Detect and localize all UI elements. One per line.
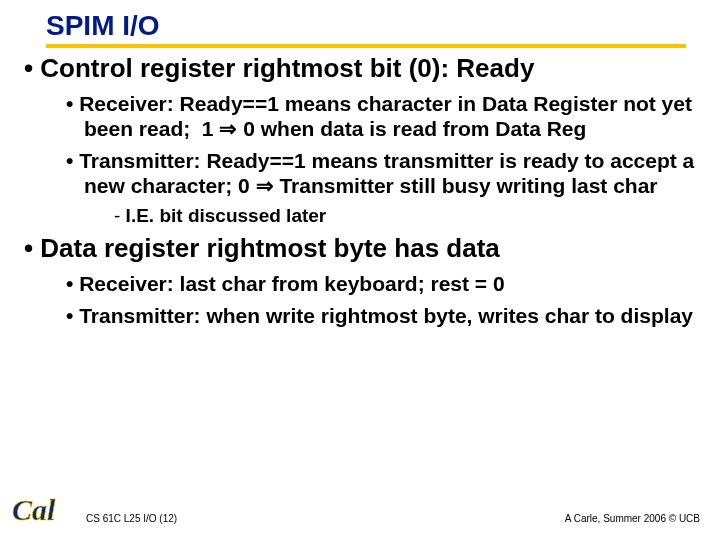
footer-left: CS 61C L25 I/O (12)	[86, 513, 177, 524]
bullet-transmitter-ready: Transmitter: Ready==1 means transmitter …	[66, 149, 696, 199]
footer-right: A Carle, Summer 2006 © UCB	[565, 513, 700, 524]
slide-title: SPIM I/O	[46, 10, 696, 42]
bullet-receiver-data: Receiver: last char from keyboard; rest …	[66, 272, 696, 297]
bullet-data-register: Data register rightmost byte has data	[24, 234, 696, 264]
bullet-receiver-ready: Receiver: Ready==1 means character in Da…	[66, 92, 696, 142]
cal-logo: Cal	[10, 490, 70, 532]
title-underline	[46, 44, 686, 48]
bullet-ie-bit: I.E. bit discussed later	[114, 205, 696, 228]
bullet-transmitter-data: Transmitter: when write rightmost byte, …	[66, 304, 696, 329]
bullet-control-register: Control register rightmost bit (0): Read…	[24, 54, 696, 84]
svg-text:Cal: Cal	[12, 493, 56, 526]
